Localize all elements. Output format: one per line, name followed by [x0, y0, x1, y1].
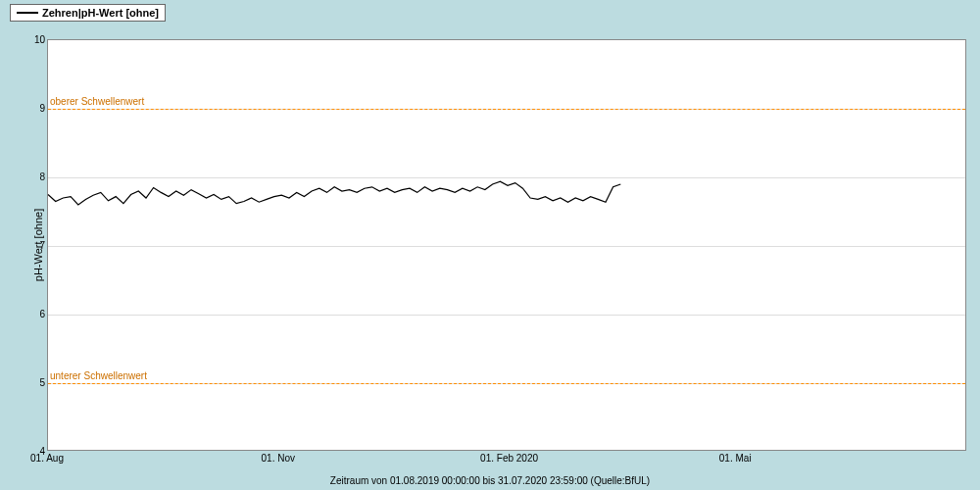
legend-line-icon [17, 12, 38, 14]
x-axis-caption: Zeitraum von 01.08.2019 00:00:00 bis 31.… [330, 475, 650, 486]
chart-plot-area: oberer Schwellenwert unterer Schwellenwe… [47, 39, 966, 451]
legend-label: Zehren|pH-Wert [ohne] [42, 7, 159, 19]
legend-box: Zehren|pH-Wert [ohne] [10, 4, 166, 22]
y-tick-label: 10 [34, 34, 45, 45]
y-tick-label: 6 [39, 309, 45, 319]
x-tick-label: 01. Aug [30, 453, 64, 464]
x-tick-label: 01. Nov [262, 453, 295, 464]
y-tick-label: 5 [39, 377, 45, 388]
y-tick-label: 8 [39, 172, 45, 182]
x-tick-label: 01. Feb 2020 [480, 453, 538, 464]
x-tick-label: 01. Mai [719, 453, 752, 464]
y-tick-label: 7 [39, 240, 45, 251]
y-tick-label: 9 [39, 103, 45, 114]
data-series-line [48, 40, 965, 450]
